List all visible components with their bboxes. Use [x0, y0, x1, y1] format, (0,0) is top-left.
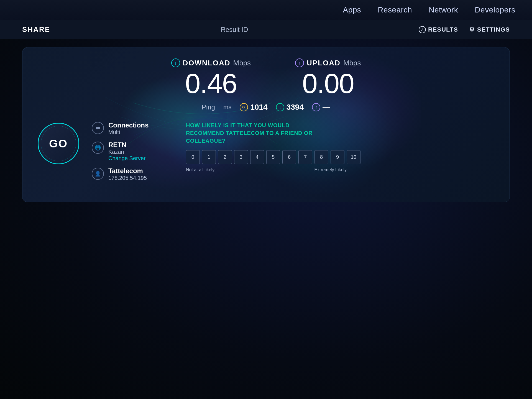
isp-label: Tattelecom [108, 167, 147, 175]
results-icon: ✓ [419, 26, 426, 33]
ping-download-item: ↓ 3394 [276, 103, 304, 112]
upload-icon: ↑ [295, 58, 304, 67]
ping-jitter-item: ⟳ 1014 [240, 103, 267, 112]
ping-unit: ms [223, 104, 231, 111]
nav-links: Apps Research Network Developers [343, 6, 515, 14]
server-icon: 🌐 [92, 142, 104, 154]
download-unit: Mbps [233, 59, 251, 67]
nps-btn-2[interactable]: 2 [218, 150, 232, 164]
nps-btn-4[interactable]: 4 [250, 150, 264, 164]
isp-ip: 178.205.54.195 [108, 175, 147, 181]
upload-value: 0.00 [295, 70, 361, 97]
go-button-label: GO [49, 137, 68, 150]
connections-value: Multi [108, 129, 149, 135]
ping-down-value: 3394 [287, 103, 304, 112]
ping-row: Ping ms ⟳ 1014 ↓ 3394 ↑ — [36, 103, 496, 112]
header-actions: ✓ RESULTS ⚙ SETTINGS [419, 26, 510, 33]
nav-network[interactable]: Network [429, 6, 458, 14]
go-btn-container: GO [36, 121, 81, 166]
results-button[interactable]: ✓ RESULTS [419, 26, 458, 33]
connections-icon: ⇌ [92, 122, 104, 134]
download-icon: ↓ [171, 58, 180, 67]
upload-block: ↑ UPLOAD Mbps 0.00 [295, 58, 361, 97]
ping-down-icon: ↓ [276, 103, 284, 111]
results-label: RESULTS [428, 26, 458, 33]
card-content: ↓ DOWNLOAD Mbps 0.46 ↑ UPLOAD Mbps 0.00 [36, 58, 496, 181]
nps-btn-0[interactable]: 0 [186, 150, 200, 164]
result-id-label: Result ID [221, 26, 248, 34]
upload-label: ↑ UPLOAD Mbps [295, 58, 361, 67]
speedtest-card: ↓ DOWNLOAD Mbps 0.46 ↑ UPLOAD Mbps 0.00 [22, 47, 510, 202]
nps-section: HOW LIKELY IS IT THAT YOU WOULD RECOMMEN… [180, 121, 496, 172]
share-button[interactable]: SHARE [22, 25, 50, 34]
settings-icon: ⚙ [469, 26, 475, 33]
settings-label: SETTINGS [477, 26, 510, 33]
speeds-row: ↓ DOWNLOAD Mbps 0.46 ↑ UPLOAD Mbps 0.00 [36, 58, 496, 97]
nps-question: HOW LIKELY IS IT THAT YOU WOULD RECOMMEN… [186, 121, 324, 145]
server-text: RETN Kazan Change Server [108, 141, 146, 162]
nps-btn-9[interactable]: 9 [331, 150, 344, 164]
isp-text: Tattelecom 178.205.54.195 [108, 167, 147, 181]
download-value: 0.46 [171, 70, 251, 97]
nps-btn-5[interactable]: 5 [266, 150, 280, 164]
nps-btn-8[interactable]: 8 [314, 150, 328, 164]
nps-buttons: 0 1 2 3 4 5 6 7 8 9 10 [186, 150, 496, 164]
nps-btn-3[interactable]: 3 [234, 150, 248, 164]
nav-apps[interactable]: Apps [343, 6, 361, 14]
nps-btn-7[interactable]: 7 [298, 150, 312, 164]
upload-label-text: UPLOAD [307, 59, 341, 67]
nav-developers[interactable]: Developers [475, 6, 515, 14]
go-button[interactable]: GO [38, 123, 79, 164]
ping-upload-item: ↑ — [312, 103, 330, 112]
connections-item: ⇌ Connections Multi [92, 121, 169, 135]
server-location: Kazan [108, 149, 146, 155]
connections-title: Connections [108, 121, 149, 129]
download-block: ↓ DOWNLOAD Mbps 0.46 [171, 58, 251, 97]
change-server-link[interactable]: Change Server [108, 155, 146, 162]
upload-unit: Mbps [343, 59, 361, 67]
ping-up-icon: ↑ [312, 103, 320, 111]
jitter-icon: ⟳ [240, 103, 248, 111]
ping-up-value: — [323, 103, 330, 112]
isp-icon: 👤 [92, 168, 104, 180]
nps-label-right: Extremely Likely [314, 167, 347, 172]
download-label: ↓ DOWNLOAD Mbps [171, 58, 251, 67]
server-label: RETN [108, 141, 146, 149]
nps-label-left: Not at all likely [186, 167, 214, 172]
main-content: ↓ DOWNLOAD Mbps 0.46 ↑ UPLOAD Mbps 0.00 [0, 39, 532, 211]
server-item: 🌐 RETN Kazan Change Server [92, 141, 169, 162]
isp-item: 👤 Tattelecom 178.205.54.195 [92, 167, 169, 181]
download-label-text: DOWNLOAD [183, 59, 231, 67]
jitter-value: 1014 [250, 103, 267, 112]
ping-label: Ping [202, 103, 215, 111]
connections-text: Connections Multi [108, 121, 149, 135]
nps-btn-10[interactable]: 10 [347, 150, 360, 164]
settings-button[interactable]: ⚙ SETTINGS [469, 26, 510, 33]
nav-bar: Apps Research Network Developers [0, 0, 532, 20]
info-section: ⇌ Connections Multi 🌐 RETN Kazan Change … [92, 121, 169, 181]
nps-btn-6[interactable]: 6 [282, 150, 296, 164]
nav-research[interactable]: Research [378, 6, 412, 14]
nps-btn-1[interactable]: 1 [202, 150, 216, 164]
nps-labels: Not at all likely Extremely Likely [186, 167, 347, 172]
bottom-section: GO ⇌ Connections Multi 🌐 [36, 121, 496, 181]
sub-header: SHARE Result ID ✓ RESULTS ⚙ SETTINGS [0, 20, 532, 39]
